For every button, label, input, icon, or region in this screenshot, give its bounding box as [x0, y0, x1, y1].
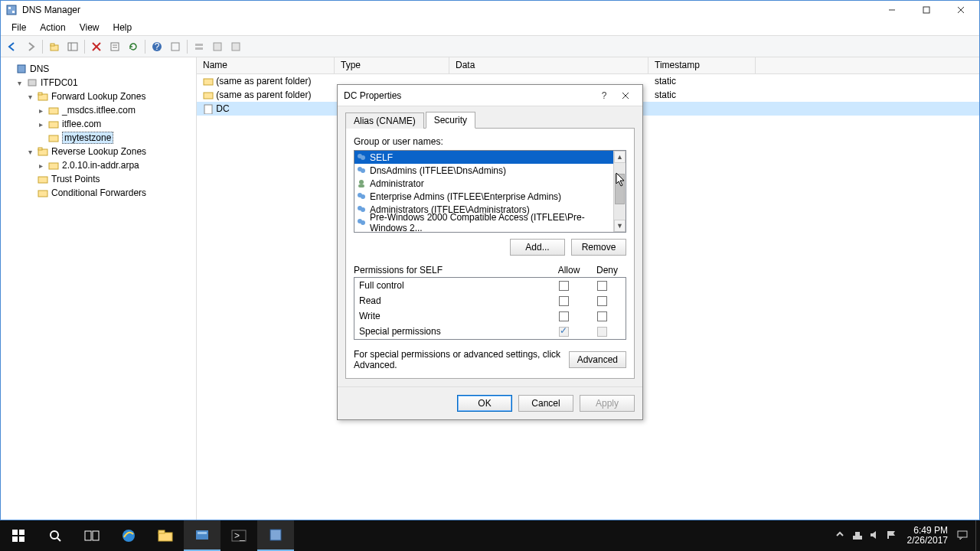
allow-read-checkbox[interactable]: [559, 296, 569, 306]
up-button[interactable]: [46, 38, 63, 55]
menu-file[interactable]: File: [5, 21, 32, 34]
minimize-button[interactable]: [874, 2, 909, 18]
svg-rect-19: [195, 44, 203, 46]
tray-volume-icon[interactable]: [869, 530, 881, 542]
deny-header: Deny: [588, 265, 626, 276]
svg-rect-33: [38, 177, 47, 183]
add-button[interactable]: Add...: [510, 239, 565, 256]
col-header-name[interactable]: Name: [197, 57, 335, 73]
tree-pane[interactable]: DNS ▾ ITFDC01 ▾ Forward Lookup Zones ▸ _…: [1, 57, 197, 520]
tree-flz[interactable]: Forward Lookup Zones: [51, 91, 145, 102]
tree-trust[interactable]: Trust Points: [51, 174, 100, 184]
tree-zone-msdcs[interactable]: _msdcs.itflee.com: [62, 105, 136, 116]
window-title: DNS Manager: [22, 5, 874, 15]
tree-twisty[interactable]: ▸: [36, 106, 45, 115]
group-item-label: SELF: [370, 152, 393, 163]
taskbar: >_ 6:49 PM 2/26/2017: [0, 520, 980, 551]
scroll-down-arrow[interactable]: ▼: [614, 220, 626, 232]
advanced-button[interactable]: Advanced: [569, 351, 626, 368]
properties-button[interactable]: [106, 38, 123, 55]
allow-full-checkbox[interactable]: [559, 281, 569, 291]
menu-action[interactable]: Action: [34, 21, 71, 34]
cancel-button[interactable]: Cancel: [518, 395, 573, 412]
allow-write-checkbox[interactable]: [559, 311, 569, 321]
taskbar-dns-manager[interactable]: [257, 520, 294, 551]
titlebar: DNS Manager: [1, 1, 979, 19]
taskbar-cmd[interactable]: >_: [220, 520, 257, 551]
group-names-list[interactable]: SELF DnsAdmins (ITFLEE\DnsAdmins) Admini…: [354, 150, 626, 233]
deny-write-checkbox[interactable]: [597, 311, 607, 321]
toolbar-icon-b[interactable]: [191, 38, 207, 55]
forward-button[interactable]: [22, 38, 39, 55]
scroll-up-arrow[interactable]: ▲: [614, 151, 626, 163]
ok-button[interactable]: OK: [457, 395, 512, 412]
group-item[interactable]: DnsAdmins (ITFLEE\DnsAdmins): [354, 164, 613, 177]
group-item[interactable]: Enterprise Admins (ITFLEE\Enterprise Adm…: [354, 190, 613, 203]
taskbar-explorer[interactable]: [147, 520, 184, 551]
close-button[interactable]: [943, 2, 978, 18]
taskbar-server-manager[interactable]: [184, 520, 220, 551]
action-center-icon[interactable]: [957, 530, 969, 542]
group-list-scrollbar[interactable]: ▲ ▼: [613, 151, 626, 232]
tray-up-icon[interactable]: [835, 530, 848, 542]
task-view-button[interactable]: [74, 520, 110, 551]
folder-icon: [37, 187, 49, 199]
deny-full-checkbox[interactable]: [597, 281, 607, 291]
start-button[interactable]: [0, 520, 37, 551]
svg-rect-32: [49, 163, 58, 169]
taskbar-clock[interactable]: 6:49 PM 2/26/2017: [903, 526, 952, 546]
tree-zone-mytestzone[interactable]: mytestzone: [62, 132, 113, 144]
refresh-button[interactable]: [125, 38, 142, 55]
col-header-type[interactable]: Type: [335, 57, 449, 73]
dialog-help-button[interactable]: ?: [593, 86, 615, 105]
back-button[interactable]: [4, 38, 21, 55]
scroll-thumb[interactable]: [615, 174, 625, 204]
cell-name: (same as parent folder): [216, 90, 311, 100]
tab-alias[interactable]: Alias (CNAME): [345, 112, 424, 129]
svg-rect-62: [158, 530, 165, 533]
tree-rlz[interactable]: Reverse Lookup Zones: [51, 146, 146, 157]
tree-cond[interactable]: Conditional Forwarders: [51, 187, 146, 198]
tree-twisty[interactable]: ▸: [36, 161, 45, 170]
tree-twisty[interactable]: ▾: [25, 148, 34, 156]
dialog-titlebar[interactable]: DC Properties ?: [338, 85, 642, 106]
tree-server[interactable]: ITFDC01: [41, 77, 78, 88]
dialog-close-button[interactable]: [615, 86, 636, 105]
toolbar-icon-d[interactable]: [227, 38, 244, 55]
tree-dns-root[interactable]: DNS: [30, 64, 49, 74]
maximize-button[interactable]: [909, 2, 943, 18]
tree-twisty[interactable]: ▾: [25, 93, 34, 101]
tree-twisty[interactable]: ▸: [36, 120, 45, 129]
show-desktop-button[interactable]: [975, 520, 980, 551]
group-item[interactable]: Pre-Windows 2000 Compatible Access (ITFL…: [354, 216, 613, 229]
col-header-data[interactable]: Data: [449, 57, 648, 73]
delete-button[interactable]: [88, 38, 105, 55]
tree-zone-itflee[interactable]: itflee.com: [62, 119, 101, 129]
group-item[interactable]: SELF: [354, 151, 613, 164]
taskbar-ie[interactable]: [110, 520, 147, 551]
col-header-timestamp[interactable]: Timestamp: [648, 57, 756, 73]
toolbar-icon-c[interactable]: [209, 38, 226, 55]
system-tray[interactable]: 6:49 PM 2/26/2017: [835, 526, 975, 546]
search-button[interactable]: [37, 520, 74, 551]
svg-rect-34: [38, 191, 47, 197]
remove-button[interactable]: Remove: [571, 239, 626, 256]
tree-twisty[interactable]: ▾: [15, 79, 24, 87]
tray-flag-icon[interactable]: [886, 530, 898, 542]
show-hide-tree-button[interactable]: [64, 38, 81, 55]
tray-network-icon[interactable]: [852, 530, 864, 542]
allow-special-checkbox: [559, 327, 569, 337]
deny-read-checkbox[interactable]: [597, 296, 607, 306]
help-button[interactable]: ?: [149, 38, 165, 55]
svg-rect-0: [7, 5, 16, 15]
menu-view[interactable]: View: [74, 21, 106, 34]
toolbar-icon-a[interactable]: [167, 38, 184, 55]
menu-help[interactable]: Help: [107, 21, 139, 34]
tree-zone-arpa[interactable]: 2.0.10.in-addr.arpa: [62, 160, 139, 171]
group-item[interactable]: Administrator: [354, 177, 613, 190]
scroll-track[interactable]: [614, 163, 626, 220]
perm-row-read: Read: [354, 293, 626, 308]
apply-button[interactable]: Apply: [580, 395, 635, 412]
zone-icon: [47, 159, 60, 171]
tab-security[interactable]: Security: [426, 112, 475, 129]
